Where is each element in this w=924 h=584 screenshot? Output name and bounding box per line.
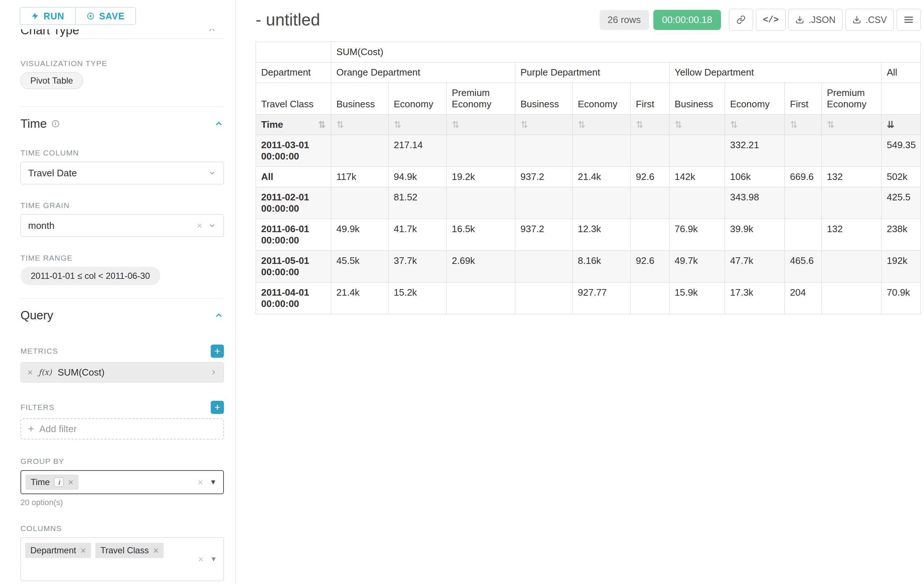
pivot-value-cell: 16.5k xyxy=(447,219,515,251)
pivot-value-cell: 927.77 xyxy=(573,283,631,314)
remove-metric-icon[interactable]: × xyxy=(27,368,33,377)
pivot-value-cell xyxy=(822,135,882,167)
clear-icon[interactable]: × xyxy=(197,221,202,230)
pivot-sort-cell[interactable]: ⇅ xyxy=(670,115,725,135)
chevron-right-icon[interactable] xyxy=(210,368,217,376)
info-icon[interactable] xyxy=(51,119,60,128)
pivot-value-cell: 425.5 xyxy=(882,187,921,219)
columns-chip-department[interactable]: Department × xyxy=(25,543,91,558)
pivot-sort-cell[interactable]: ⇅ xyxy=(331,115,389,135)
pivot-row-label: 2011-04-01 00:00:00 xyxy=(256,283,331,314)
pivot-group-header: Yellow Department xyxy=(670,63,882,83)
pivot-value-cell xyxy=(515,187,573,219)
sort-icon[interactable]: ⇅ xyxy=(520,119,528,130)
pivot-row-label: 2011-03-01 00:00:00 xyxy=(256,135,331,167)
pivot-sort-cell[interactable]: ⇅ xyxy=(515,115,573,135)
sort-icon[interactable]: ⇅ xyxy=(827,119,835,130)
chevron-up-icon[interactable] xyxy=(207,29,216,34)
sort-icon[interactable]: ⇅ xyxy=(730,119,738,130)
code-icon: </> xyxy=(763,15,779,25)
sort-icon[interactable]: ⇅ xyxy=(636,119,644,130)
save-button[interactable]: SAVE xyxy=(75,7,136,25)
chip-remove-icon[interactable]: × xyxy=(153,546,158,555)
time-grain-value: month xyxy=(28,220,197,231)
pivot-sort-cell[interactable]: ⇅ xyxy=(631,115,670,135)
link-icon xyxy=(736,15,746,25)
pivot-sort-cell[interactable]: ⇊ xyxy=(882,115,921,135)
pivot-sort-cell[interactable]: ⇅ xyxy=(822,115,882,135)
pivot-value-cell xyxy=(631,283,670,314)
pivot-value-cell: 41.7k xyxy=(389,219,447,251)
pivot-sort-cell[interactable]: ⇅ xyxy=(389,115,447,135)
chip-remove-icon[interactable]: × xyxy=(80,546,86,555)
clear-all-icon[interactable]: × xyxy=(198,477,203,487)
run-button-label: RUN xyxy=(43,11,64,21)
add-filter-box[interactable]: + Add filter xyxy=(20,418,224,439)
pivot-value-cell: 937.2 xyxy=(515,167,573,187)
sort-icon[interactable]: ⇅ xyxy=(318,120,326,129)
pivot-value-cell: 39.9k xyxy=(725,219,785,251)
pivot-table-container: SUM(Cost)DepartmentOrange DepartmentPurp… xyxy=(256,42,921,314)
collapse-chevron-icon[interactable] xyxy=(214,310,224,321)
column-info-icon[interactable]: i xyxy=(54,477,64,487)
pivot-value-cell: 2.69k xyxy=(447,251,515,283)
pivot-row-dimension-header[interactable]: Time⇅ xyxy=(256,115,331,135)
dropdown-caret-icon[interactable]: ▼ xyxy=(210,555,217,563)
time-column-select[interactable]: Travel Date xyxy=(20,162,224,184)
section-divider xyxy=(20,298,224,299)
chip-remove-icon[interactable]: × xyxy=(68,478,73,487)
group-by-control[interactable]: Time i × × ▼ xyxy=(20,470,224,494)
view-query-button[interactable]: </> xyxy=(756,9,785,31)
time-grain-select[interactable]: month × xyxy=(20,214,224,237)
pivot-value-cell: 17.3k xyxy=(725,283,785,314)
collapse-chevron-icon[interactable] xyxy=(214,118,224,129)
sort-icon[interactable]: ⇅ xyxy=(452,119,459,130)
sort-icon[interactable]: ⇅ xyxy=(394,119,401,130)
pivot-value-cell: 47.7k xyxy=(725,251,785,283)
pivot-value-cell xyxy=(822,187,882,219)
more-options-button[interactable] xyxy=(897,9,921,31)
pivot-value-cell: 92.6 xyxy=(631,251,670,283)
clear-all-icon[interactable]: × xyxy=(198,554,203,564)
pivot-value-cell: 15.9k xyxy=(670,283,725,314)
chevron-down-icon[interactable] xyxy=(208,222,216,230)
pivot-sort-cell[interactable]: ⇅ xyxy=(447,115,515,135)
sort-icon[interactable]: ⇅ xyxy=(675,119,682,130)
sort-icon[interactable]: ⇅ xyxy=(337,119,344,130)
group-by-chip-time[interactable]: Time i × xyxy=(26,474,79,490)
sort-icon[interactable]: ⇅ xyxy=(578,119,586,130)
run-save-button-group: RUN SAVE xyxy=(20,7,224,25)
export-json-button[interactable]: .JSON xyxy=(789,9,843,31)
run-button[interactable]: RUN xyxy=(20,7,76,25)
sort-icon[interactable]: ⇅ xyxy=(790,119,798,130)
pivot-value-cell: 937.2 xyxy=(515,219,573,251)
dropdown-caret-icon[interactable]: ▼ xyxy=(210,478,216,486)
sort-icon-active[interactable]: ⇊ xyxy=(887,119,894,130)
pivot-data-row: 2011-06-01 00:00:0049.9k41.7k16.5k937.21… xyxy=(256,219,921,251)
add-metric-button[interactable]: + xyxy=(211,345,224,358)
pivot-value-cell: 192k xyxy=(882,251,921,283)
add-filter-plus-button[interactable]: + xyxy=(211,401,224,414)
columns-control[interactable]: Department × Travel Class × × ▼ xyxy=(20,537,224,581)
pivot-sort-cell[interactable]: ⇅ xyxy=(785,115,822,135)
time-range-chip[interactable]: 2011-01-01 ≤ col < 2011-06-30 xyxy=(20,267,160,285)
export-csv-button[interactable]: .CSV xyxy=(845,9,894,31)
copy-link-button[interactable] xyxy=(729,9,753,31)
chevron-down-icon[interactable] xyxy=(208,169,216,177)
columns-chip-travel-class[interactable]: Travel Class × xyxy=(95,543,163,558)
pivot-sort-cell[interactable]: ⇅ xyxy=(573,115,631,135)
pivot-class-header xyxy=(882,83,921,115)
pivot-class-header: Business xyxy=(515,83,573,115)
metric-chip[interactable]: × ƒ(x) SUM(Cost) xyxy=(20,362,224,383)
pivot-value-cell: 142k xyxy=(670,167,725,187)
plus-icon: + xyxy=(28,423,34,435)
viz-type-chip[interactable]: Pivot Table xyxy=(20,72,83,89)
pivot-row-label: All xyxy=(256,167,331,187)
page-title: - untitled xyxy=(256,10,320,30)
export-json-label: .JSON xyxy=(808,15,836,25)
pivot-row-label: 2011-05-01 00:00:00 xyxy=(256,251,331,283)
pivot-value-cell: 343.98 xyxy=(725,187,785,219)
pivot-value-cell: 94.9k xyxy=(389,167,447,187)
pivot-sort-cell[interactable]: ⇅ xyxy=(725,115,785,135)
pivot-value-cell: 70.9k xyxy=(882,283,921,314)
